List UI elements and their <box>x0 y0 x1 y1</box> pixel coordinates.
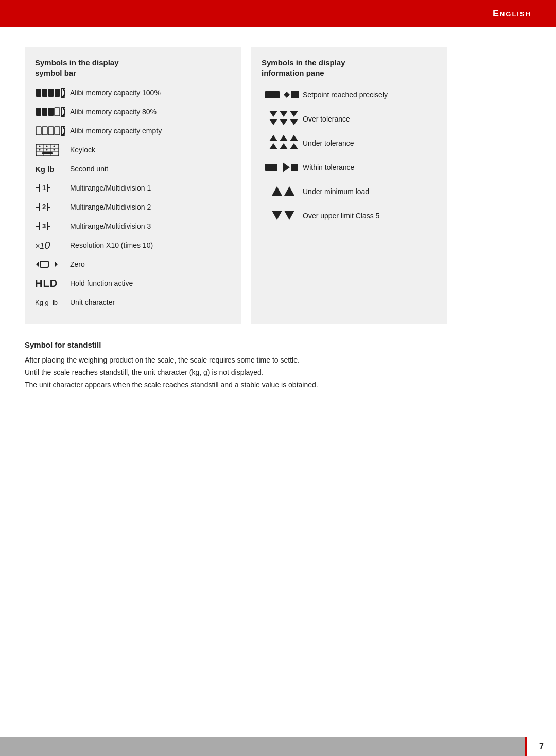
svg-rect-19 <box>61 126 65 127</box>
right-symbol-row: Setpoint reached precisely <box>262 85 437 105</box>
right-symbol-row: Under minimum load <box>262 182 437 201</box>
multirange3-icon: 3 <box>35 220 70 232</box>
x10-icon: ×10 <box>35 239 70 251</box>
right-symbol-row: Within tolerance <box>262 158 437 177</box>
multirange1-icon: 1 <box>35 182 70 194</box>
svg-marker-72 <box>284 211 294 220</box>
svg-marker-55 <box>280 111 288 117</box>
svg-rect-1 <box>42 89 47 97</box>
under-min-load-icon <box>262 184 303 199</box>
alibi-100-icon <box>35 87 70 99</box>
symbol-row: Zero <box>35 256 231 272</box>
multirange1-desc: Multirange/Multidivision 1 <box>70 184 231 192</box>
svg-rect-5 <box>61 88 65 89</box>
zero-desc: Zero <box>70 260 231 268</box>
symbol-row: Alibi memory capacity 80% <box>35 104 231 119</box>
top-bar: English <box>0 0 556 27</box>
svg-rect-53 <box>291 91 299 98</box>
alibi-80-desc: Alibi memory capacity 80% <box>70 108 231 116</box>
zero-icon <box>35 259 70 270</box>
hld-desc: Hold function active <box>70 279 231 287</box>
under-tolerance-desc: Under tolerance <box>303 139 437 147</box>
left-panel: Symbols in the display symbol bar <box>25 47 241 324</box>
left-panel-header: Symbols in the display symbol bar <box>35 58 231 78</box>
multirange3-desc: Multirange/Multidivision 3 <box>70 222 231 230</box>
right-symbol-row: Under tolerance <box>262 133 437 153</box>
svg-marker-65 <box>290 143 298 149</box>
multirange2-icon: 2 <box>35 201 70 213</box>
alibi-empty-desc: Alibi memory capacity empty <box>70 127 231 135</box>
svg-marker-62 <box>290 135 298 141</box>
right-symbol-row: Over tolerance <box>262 109 437 129</box>
setpoint-desc: Setpoint reached precisely <box>303 91 437 99</box>
svg-marker-54 <box>269 111 277 117</box>
svg-text:3: 3 <box>42 222 46 230</box>
svg-marker-69 <box>272 186 282 196</box>
svg-rect-14 <box>36 127 41 135</box>
svg-marker-56 <box>290 111 298 117</box>
standstill-text: After placing the weighing product on th… <box>25 354 531 391</box>
svg-rect-68 <box>291 164 298 171</box>
x10-desc: Resolution X10 (times 10) <box>70 241 231 249</box>
svg-marker-70 <box>284 186 294 196</box>
svg-rect-15 <box>42 127 47 135</box>
svg-marker-52 <box>284 92 290 98</box>
symbol-row: Alibi memory capacity 100% <box>35 85 231 100</box>
keylock-desc: Keylock <box>70 146 231 154</box>
keylock-icon <box>35 143 70 157</box>
under-min-load-desc: Under minimum load <box>303 187 437 196</box>
multirange2-desc: Multirange/Multidivision 2 <box>70 203 231 211</box>
unit-char-desc: Unit character <box>70 298 231 306</box>
svg-rect-10 <box>55 108 60 116</box>
svg-text:2: 2 <box>42 203 46 211</box>
standstill-section: Symbol for standstill After placing the … <box>25 340 531 391</box>
standstill-title: Symbol for standstill <box>25 340 531 349</box>
svg-marker-59 <box>290 119 298 125</box>
svg-rect-32 <box>42 152 53 154</box>
svg-marker-71 <box>272 211 282 220</box>
svg-marker-67 <box>283 162 290 173</box>
under-tolerance-icon <box>262 134 303 152</box>
symbol-row: HLD Hold function active <box>35 276 231 291</box>
over-tolerance-desc: Over tolerance <box>303 115 437 123</box>
second-unit-desc: Second unit <box>70 165 231 173</box>
svg-point-28 <box>54 146 55 147</box>
svg-marker-58 <box>280 119 288 125</box>
alibi-80-icon <box>35 106 70 118</box>
svg-marker-61 <box>280 135 288 141</box>
svg-rect-20 <box>61 134 65 136</box>
over-upper-limit-desc: Over upper limit Class 5 <box>303 212 437 220</box>
svg-marker-60 <box>269 135 277 141</box>
main-content: Symbols in the display symbol bar <box>0 27 556 411</box>
symbol-row: 3 Multirange/Multidivision 3 <box>35 218 231 234</box>
svg-rect-13 <box>61 115 65 117</box>
svg-rect-0 <box>36 89 41 97</box>
svg-rect-7 <box>36 108 41 116</box>
over-upper-limit-icon <box>262 209 303 223</box>
svg-marker-50 <box>55 261 58 267</box>
svg-point-30 <box>46 149 48 151</box>
svg-rect-17 <box>55 127 60 135</box>
svg-rect-2 <box>48 89 54 97</box>
bottom-bar: 7 <box>0 737 556 756</box>
symbol-row: Alibi memory capacity empty <box>35 123 231 139</box>
page-language-title: English <box>493 8 531 19</box>
right-panel-header: Symbols in the display information pane <box>262 58 437 78</box>
svg-rect-12 <box>61 107 65 108</box>
alibi-100-desc: Alibi memory capacity 100% <box>70 89 231 97</box>
symbol-table-area: Symbols in the display symbol bar <box>25 47 531 324</box>
within-tolerance-desc: Within tolerance <box>303 163 437 171</box>
svg-point-26 <box>39 146 41 147</box>
symbol-row: Kg lb Second unit <box>35 161 231 177</box>
svg-rect-3 <box>55 89 60 97</box>
svg-rect-51 <box>265 91 280 98</box>
hld-icon: HLD <box>35 278 70 289</box>
symbol-row: ×10 Resolution X10 (times 10) <box>35 237 231 253</box>
symbol-row: Keylock <box>35 142 231 158</box>
svg-point-29 <box>39 149 41 151</box>
svg-marker-57 <box>269 119 277 125</box>
svg-text:1: 1 <box>42 184 46 192</box>
svg-point-27 <box>46 146 48 147</box>
symbol-row: 1 Multirange/Multidivision 1 <box>35 180 231 196</box>
symbol-row: Kg g lb Unit character <box>35 295 231 310</box>
